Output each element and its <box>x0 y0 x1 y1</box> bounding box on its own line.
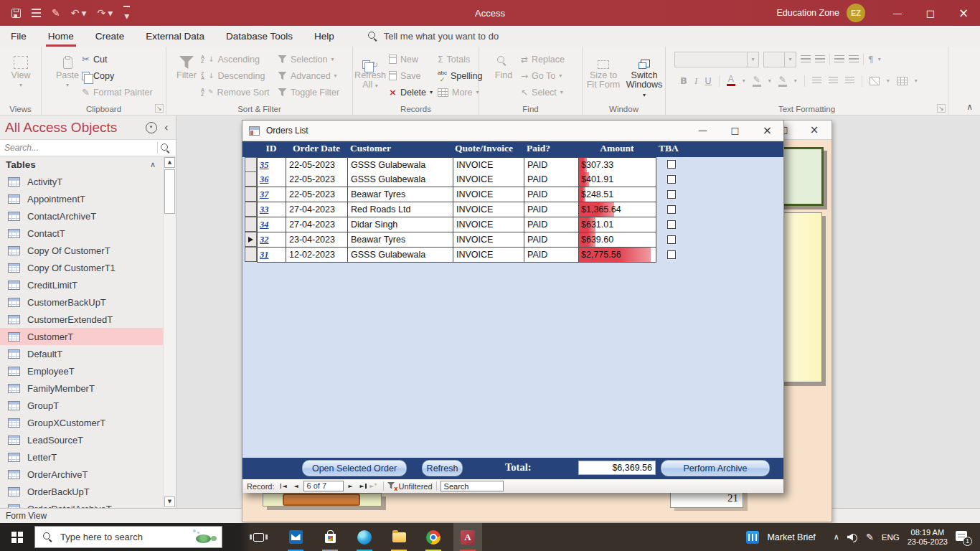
sidebar-item-creditlimitt[interactable]: CreditLimitT <box>0 276 163 293</box>
cell-order-date[interactable]: 23-04-2023 <box>286 232 348 248</box>
redo-button[interactable]: ↷▾ <box>98 8 113 18</box>
save-button[interactable] <box>11 9 21 18</box>
ascending-button[interactable]: AZ↓ Ascending <box>201 51 260 67</box>
cell-id[interactable]: 34 <box>258 217 286 232</box>
tab-database-tools[interactable]: Database Tools <box>215 26 303 47</box>
format-painter-button[interactable]: ✎ Format Painter <box>82 84 153 100</box>
record-selector[interactable] <box>245 202 257 217</box>
bold-button[interactable]: B <box>680 76 687 85</box>
table-row[interactable]: 3722-05-2023Beawar TyresINVOICEPAID$248.… <box>242 187 783 202</box>
column-header-tba[interactable]: TBA <box>659 143 679 154</box>
cell-order-date[interactable]: 22-05-2023 <box>286 172 348 187</box>
search-icon[interactable] <box>161 143 170 153</box>
orders-window-titlebar[interactable]: Orders List — □ × <box>242 121 783 141</box>
nav-scrollbar[interactable]: ▲ ▼ <box>163 157 176 508</box>
cell-customer[interactable]: Red Roads Ltd <box>348 202 453 217</box>
clipboard-dialog-launcher[interactable]: ↘ <box>155 104 164 113</box>
record-selector-current[interactable] <box>245 232 257 247</box>
align-right-icon[interactable] <box>845 77 854 85</box>
size-to-fit-form-button[interactable]: Size toFit Form <box>584 50 623 90</box>
filter-status[interactable]: Unfiltered <box>399 482 433 491</box>
sidebar-item-defaultt[interactable]: DefaultT <box>0 345 163 362</box>
taskbar-access-button[interactable]: A <box>453 523 482 551</box>
font-color-button[interactable]: A <box>727 75 735 86</box>
tell-me-box[interactable]: Tell me what you want to do <box>368 26 499 47</box>
numbering-icon[interactable] <box>815 55 825 63</box>
taskbar-edge-button[interactable] <box>350 523 379 551</box>
cell-paid[interactable]: PAID <box>524 157 579 173</box>
sidebar-item-contactarchivet[interactable]: ContactArchiveT <box>0 207 163 225</box>
taskbar-mail-button[interactable] <box>281 523 310 551</box>
tables-group-header[interactable]: Tables <box>0 159 150 170</box>
cell-quote-invoice[interactable]: INVOICE <box>453 248 524 263</box>
cell-order-date[interactable]: 27-04-2023 <box>286 217 348 232</box>
record-selector[interactable] <box>245 187 257 202</box>
sidebar-item-familymembert[interactable]: FamilyMemberT <box>0 380 163 397</box>
cell-quote-invoice[interactable]: INVOICE <box>453 202 524 217</box>
show-hidden-icons-button[interactable]: ∧ <box>834 533 839 541</box>
sidebar-item-lettert[interactable]: LetterT <box>0 448 163 466</box>
align-left-icon[interactable] <box>812 77 821 85</box>
clock[interactable]: 08:19 AM 23-05-2023 <box>908 528 948 547</box>
task-view-button[interactable] <box>244 523 273 551</box>
next-record-button[interactable]: ► <box>345 481 357 491</box>
cell-amount[interactable]: $401.91 <box>579 172 656 187</box>
goto-button[interactable]: → Go To ▾ <box>521 67 562 84</box>
tba-checkbox[interactable] <box>667 220 676 229</box>
cell-order-date[interactable]: 12-02-2023 <box>286 248 348 263</box>
table-row[interactable]: 3427-04-2023Didar SinghINVOICEPAID$631.0… <box>242 217 783 232</box>
increase-indent-icon[interactable] <box>849 55 859 63</box>
sidebar-item-customert[interactable]: CustomerT <box>0 328 163 345</box>
first-record-button[interactable]: ◄ <box>279 481 291 491</box>
refresh-button[interactable]: Refresh <box>422 460 463 476</box>
font-size-combo[interactable]: ▾ <box>763 52 796 67</box>
cell-id[interactable]: 37 <box>258 187 286 202</box>
column-header-id[interactable]: ID <box>257 143 286 154</box>
taskbar-search-input[interactable] <box>52 531 192 543</box>
underline-button[interactable]: U <box>705 76 712 85</box>
cell-order-date[interactable]: 22-05-2023 <box>286 187 348 202</box>
close-button[interactable]: × <box>947 0 980 26</box>
minimize-button[interactable]: — <box>687 121 719 141</box>
start-button[interactable] <box>0 523 34 551</box>
shutter-bar-button[interactable]: ‹ <box>164 122 169 133</box>
table-row[interactable]: 3327-04-2023Red Roads LtdINVOICEPAID$1,3… <box>242 202 783 217</box>
record-search-input[interactable] <box>440 481 504 491</box>
table-row[interactable]: 3112-02-2023GSSS GulabewalaINVOICEPAID$2… <box>242 248 783 263</box>
sidebar-item-leadsourcet[interactable]: LeadSourceT <box>0 431 163 448</box>
maximize-button[interactable]: □ <box>719 121 751 141</box>
sidebar-item-copy-of-customert[interactable]: Copy Of CustomerT <box>0 242 163 259</box>
language-indicator[interactable]: ENG <box>882 533 900 542</box>
orange-button[interactable] <box>283 494 360 506</box>
chevron-up-icon[interactable]: ∧ <box>150 161 156 169</box>
scroll-thumb[interactable] <box>164 169 175 214</box>
tab-help[interactable]: Help <box>303 26 345 47</box>
cell-paid[interactable]: PAID <box>524 232 579 248</box>
taskbar-search-box[interactable] <box>34 526 222 548</box>
cell-paid[interactable]: PAID <box>524 172 579 187</box>
sidebar-item-customerextendedt[interactable]: CustomerExtendedT <box>0 311 163 328</box>
perform-archive-button[interactable]: Perform Archive <box>661 460 770 476</box>
taskbar-file-explorer-button[interactable] <box>385 523 413 551</box>
bullets-icon[interactable] <box>801 55 811 63</box>
cell-customer[interactable]: Beawar Tyres <box>348 232 453 248</box>
sidebar-item-employeet[interactable]: EmployeeT <box>0 362 163 380</box>
tba-checkbox[interactable] <box>667 205 676 214</box>
paste-button[interactable]: Paste ▾ <box>49 50 86 88</box>
switch-windows-button[interactable]: SwitchWindows ▾ <box>624 50 664 99</box>
cell-paid[interactable]: PAID <box>524 217 579 232</box>
market-brief-icon[interactable] <box>746 531 759 544</box>
more-button[interactable]: More ▾ <box>438 84 479 100</box>
column-header-quote-invoice[interactable]: Quote/Invoice <box>455 143 513 154</box>
background-color-button[interactable]: ✎ <box>778 75 787 87</box>
tab-file[interactable]: File <box>0 26 37 47</box>
tba-checkbox[interactable] <box>667 235 676 244</box>
cell-order-date[interactable]: 27-04-2023 <box>286 202 348 217</box>
volume-icon[interactable] <box>847 533 858 542</box>
close-button[interactable]: × <box>800 121 829 139</box>
sidebar-item-customerbackupt[interactable]: CustomerBackUpT <box>0 293 163 311</box>
sidebar-item-copy-of-customert1[interactable]: Copy Of CustomerT1 <box>0 259 163 276</box>
pen-icon[interactable]: ✎ <box>866 532 874 542</box>
cell-amount[interactable]: $631.01 <box>579 217 656 232</box>
refresh-all-button[interactable]: ↻ RefreshAll ▾ <box>353 50 387 90</box>
